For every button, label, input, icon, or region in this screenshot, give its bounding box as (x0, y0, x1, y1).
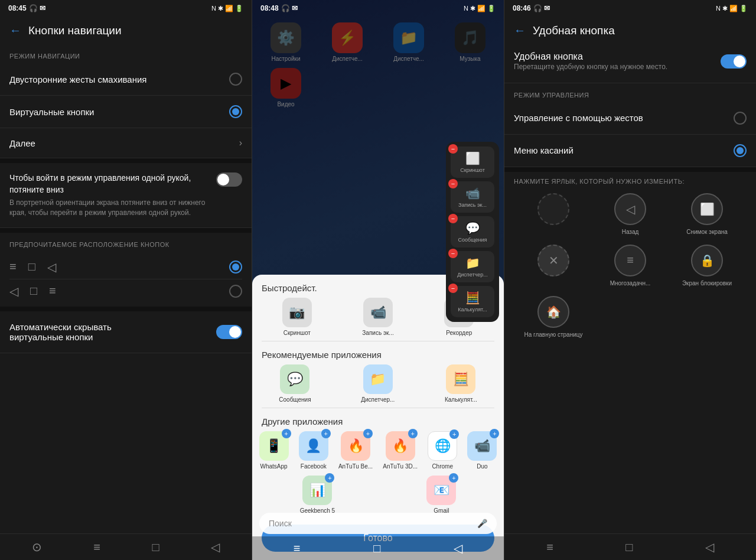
mic-icon[interactable]: 🎤 (477, 519, 487, 528)
bottom-circle-btn[interactable]: ⊙ (32, 540, 42, 554)
layout-back-icon: ◁ (47, 260, 56, 274)
app-antutu1[interactable]: + 🔥 AnTuTu Be... (338, 431, 373, 470)
app-chrome[interactable]: + 🌐 Chrome (428, 431, 457, 470)
touch-menu-radio[interactable] (734, 144, 747, 157)
app-antutu2[interactable]: + 🔥 AnTuTu 3D... (383, 431, 418, 470)
shortcut-cancel[interactable]: ✕ (520, 245, 587, 286)
layout-2-radio[interactable] (229, 285, 242, 298)
spacer-1 (0, 353, 252, 533)
layout2-back-icon: ◁ (9, 284, 18, 298)
swipe-gesture-item[interactable]: Двусторонние жесты смахивания (0, 63, 252, 96)
app-whatsapp[interactable]: + 📱 WhatsApp (259, 431, 289, 470)
shortcut-cancel-circle: ✕ (537, 245, 569, 276)
page-title-3: Удобная кнопка (533, 24, 615, 37)
bottom-menu-btn[interactable]: ≡ (93, 541, 100, 554)
chrome-label: Chrome (432, 463, 453, 470)
mini-record-label: Запись эк... (458, 202, 487, 208)
cb-text: Удобная кнопка Перетащите удобную кнопку… (514, 51, 667, 72)
quick-screenshot-label: Скриншот (284, 330, 311, 336)
bottom-nav-3: ≡ □ ◁ (504, 533, 756, 560)
bottom-home-btn-2[interactable]: □ (373, 542, 380, 555)
gesture-mode-item[interactable]: Управление с помощью жестов (504, 102, 756, 135)
auto-hide-toggle[interactable] (216, 325, 242, 339)
whatsapp-icon: + 📱 (259, 431, 289, 461)
shortcut-empty-1[interactable] (520, 193, 587, 235)
next-label: Далее (9, 138, 35, 148)
recommended-section-title: Рекомендуемые приложения (252, 341, 504, 364)
back-button-3[interactable]: ← (514, 24, 526, 37)
app-duo[interactable]: + 📹 Duo (467, 431, 497, 470)
mini-messages[interactable]: − 💬 Сообщения (451, 216, 494, 248)
shortcut-multitask-circle: ≡ (614, 245, 646, 276)
mini-remove-messages[interactable]: − (448, 214, 458, 223)
shortcut-home[interactable]: 🏠 На главную страницу (520, 296, 587, 338)
facebook-icon: + 👤 (299, 431, 328, 461)
mini-remove-files[interactable]: − (448, 249, 458, 258)
mini-record[interactable]: − 📹 Запись эк... (451, 181, 494, 213)
cb-sub: Перетащите удобную кнопку на нужное мест… (514, 62, 667, 72)
bottom-back-btn[interactable]: ◁ (211, 540, 220, 554)
mini-messages-label: Сообщения (458, 237, 487, 243)
shortcut-back[interactable]: ◁ Назад (597, 193, 664, 235)
shortcut-back-label: Назад (622, 229, 639, 235)
gesture-mode-radio[interactable] (734, 112, 747, 125)
shortcut-multitask[interactable]: ≡ Многозадачн... (597, 245, 664, 286)
mini-files-label: Диспетчер... (457, 272, 488, 278)
next-chevron-icon: › (239, 138, 242, 148)
mini-calc[interactable]: − 🧮 Калькулят... (451, 286, 494, 317)
quick-screenshot[interactable]: 📷 Скриншот (282, 298, 312, 336)
search-bar[interactable]: Поиск 🎤 (259, 513, 497, 534)
record-icon: 📹 (465, 186, 480, 200)
one-hand-item: Чтобы войти в режим управления одной рук… (0, 163, 252, 228)
mini-screenshot[interactable]: − ⬜ Скриншот (451, 146, 494, 178)
touch-menu-item[interactable]: Меню касаний (504, 135, 756, 167)
shortcut-lockscreen[interactable]: 🔒 Экран блокировки (673, 245, 741, 286)
add-antutu1-icon: + (363, 429, 373, 438)
rec-calc[interactable]: 🧮 Калькулят... (445, 364, 477, 403)
one-hand-toggle[interactable] (216, 172, 242, 187)
convenient-btn-toggle[interactable] (721, 54, 747, 69)
bottom-nav-2: ≡ □ ◁ (252, 536, 504, 560)
status-icons-left-1: 🎧 ✉ (29, 4, 45, 12)
layout-1-radio[interactable] (229, 261, 242, 274)
touch-menu-label: Меню касаний (514, 145, 573, 155)
divider-1 (0, 158, 252, 163)
mini-remove-record[interactable]: − (448, 179, 458, 188)
time-1: 08:45 (8, 4, 27, 12)
shortcut-empty-circle-1 (537, 193, 569, 225)
quick-record[interactable]: 📹 Запись эк... (362, 298, 393, 336)
mini-remove-screenshot[interactable]: − (448, 144, 458, 154)
bottom-back-btn-2[interactable]: ◁ (454, 541, 462, 555)
shortcut-screenshot[interactable]: ⬜ Снимок экрана (673, 193, 741, 235)
back-button-1[interactable]: ← (9, 24, 21, 37)
shortcut-home-label: На главную страницу (524, 331, 582, 338)
virtual-buttons-item[interactable]: Виртуальные кнопки (0, 96, 252, 128)
app-facebook[interactable]: + 👤 Facebook (299, 431, 328, 470)
next-item[interactable]: Далее › (0, 128, 252, 158)
shortcut-screenshot-circle: ⬜ (691, 193, 723, 225)
layout-options: ≡ □ ◁ ◁ □ ≡ (0, 252, 252, 307)
panel-app-selector: 08:48 🎧 ✉ N ✱ 📶 🔋 ⚙️ Настройки ⚡ Диспетч… (252, 0, 504, 560)
virtual-radio[interactable] (229, 105, 242, 118)
rec-messages[interactable]: 💬 Сообщения (279, 364, 311, 403)
swipe-radio[interactable] (229, 73, 242, 86)
app-geekbench[interactable]: + 📊 Geekbench 5 (300, 476, 335, 514)
other-section-title: Другие приложения (252, 408, 504, 431)
mini-remove-calc[interactable]: − (448, 284, 458, 293)
shortcut-section-label: НАЖМИТЕ ЯРЛЫК, КОТОРЫЙ НУЖНО ИЗМЕНИТЬ: (514, 178, 747, 185)
auto-hide-item: Автоматически скрыватьвиртуальные кнопки (0, 311, 252, 353)
add-facebook-icon: + (321, 429, 331, 438)
add-chrome-icon: + (449, 429, 459, 439)
bottom-home-btn-3[interactable]: □ (625, 541, 633, 554)
mini-screenshot-label: Скриншот (460, 167, 485, 173)
layout-menu-icon: ≡ (9, 260, 17, 274)
rec-messages-label: Сообщения (279, 396, 311, 403)
rec-dispatcher[interactable]: 📁 Диспетчер... (361, 364, 395, 403)
bottom-back-btn-3[interactable]: ◁ (705, 540, 714, 554)
bottom-home-btn[interactable]: □ (152, 541, 159, 554)
bottom-menu-btn-2[interactable]: ≡ (294, 542, 301, 555)
mini-files[interactable]: − 📁 Диспетчер... (451, 251, 494, 282)
divider-3 (0, 307, 252, 311)
app-gmail[interactable]: + 📧 Gmail (426, 476, 456, 514)
bottom-menu-btn-3[interactable]: ≡ (546, 541, 553, 554)
